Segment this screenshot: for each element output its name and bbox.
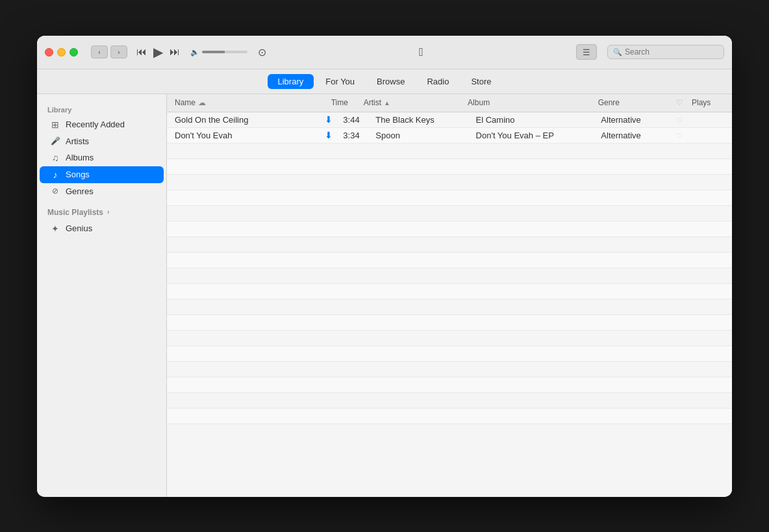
sidebar-item-artists[interactable]: 🎤 Artists [40, 133, 164, 149]
song-name-1: Don't You Evah [175, 131, 325, 140]
table-row[interactable]: Gold On the Ceiling ⬇ 3:44 The Black Key… [167, 112, 732, 128]
empty-row [167, 362, 732, 377]
empty-row [167, 268, 732, 284]
song-time-1: 3:34 [343, 131, 375, 140]
apple-logo:  [419, 45, 423, 59]
table-row[interactable]: Don't You Evah ⬇ 3:34 Spoon Don't You Ev… [167, 128, 732, 144]
forward-button[interactable]: › [110, 45, 127, 58]
empty-row [167, 175, 732, 190]
close-button[interactable] [45, 48, 53, 57]
back-icon: ‹ [98, 49, 100, 56]
song-list-header: Name ☁ Time Artist ▲ Album Genre ♡ [167, 94, 732, 112]
minimize-button[interactable] [57, 48, 66, 57]
column-name[interactable]: Name ☁ [175, 98, 331, 107]
empty-row [167, 315, 732, 331]
sidebar-item-recently-added[interactable]: ⊞ Recently Added [40, 116, 164, 133]
airplay-button[interactable]: ⊙ [258, 46, 266, 58]
playlists-section-header[interactable]: Music Playlists › [37, 205, 166, 220]
albums-icon: ♫ [50, 153, 60, 163]
heart-icon: ♡ [676, 98, 683, 107]
genius-label: Genius [66, 223, 92, 233]
main-content: Library ⊞ Recently Added 🎤 Artists ♫ Alb… [37, 94, 732, 497]
play-button[interactable]: ▶ [153, 44, 163, 60]
tab-radio[interactable]: Radio [416, 74, 459, 89]
cloud-icon-1[interactable]: ⬇ [325, 130, 343, 140]
empty-row [167, 253, 732, 268]
tab-store[interactable]: Store [460, 74, 501, 89]
empty-row [167, 144, 732, 159]
playlists-label: Music Playlists [47, 208, 103, 217]
song-heart-1[interactable]: ♡ [676, 131, 692, 140]
fullscreen-button[interactable] [69, 48, 78, 57]
fastforward-icon: ⏭ [170, 46, 180, 58]
back-button[interactable]: ‹ [91, 45, 108, 58]
songs-label: Songs [66, 170, 90, 179]
empty-row [167, 331, 732, 346]
recently-added-icon: ⊞ [50, 120, 60, 130]
sidebar-item-genius[interactable]: ✦ Genius [40, 220, 164, 237]
sidebar-item-albums[interactable]: ♫ Albums [40, 149, 164, 166]
volume-low-icon: 🔈 [190, 48, 199, 57]
empty-row [167, 284, 732, 299]
column-time[interactable]: Time [331, 98, 364, 107]
nav-controls: ‹ › [91, 45, 127, 58]
song-heart-0[interactable]: ♡ [676, 115, 692, 125]
artists-label: Artists [66, 136, 89, 146]
empty-row [167, 346, 732, 362]
titlebar: ‹ › ⏮ ▶ ⏭ 🔈 ⊙  ☰ [37, 36, 732, 70]
song-list: Name ☁ Time Artist ▲ Album Genre ♡ [167, 94, 732, 497]
tabs-bar: Library For You Browse Radio Store [37, 70, 732, 94]
genres-icon: ⊘ [50, 186, 60, 196]
column-artist[interactable]: Artist ▲ [364, 98, 468, 107]
list-view-button[interactable]: ☰ [576, 44, 597, 60]
song-album-1: Don't You Evah – EP [476, 131, 601, 140]
column-plays[interactable]: Plays [692, 98, 724, 107]
column-heart: ♡ [676, 98, 692, 107]
column-album[interactable]: Album [468, 98, 598, 107]
tab-for-you[interactable]: For You [315, 74, 365, 89]
sidebar: Library ⊞ Recently Added 🎤 Artists ♫ Alb… [37, 94, 167, 497]
empty-row [167, 409, 732, 424]
airplay-icon: ⊙ [258, 46, 266, 58]
download-icon: ⬇ [325, 114, 333, 125]
albums-label: Albums [66, 153, 94, 162]
play-icon: ▶ [153, 44, 163, 60]
library-section-label: Library [37, 102, 166, 116]
empty-row [167, 222, 732, 237]
app-window: ‹ › ⏮ ▶ ⏭ 🔈 ⊙  ☰ [37, 36, 732, 497]
rewind-button[interactable]: ⏮ [136, 46, 147, 58]
apple-logo-area:  [271, 45, 571, 59]
search-bar[interactable]: 🔍 [607, 45, 724, 59]
sidebar-item-songs[interactable]: ♪ Songs [40, 166, 164, 183]
songs-icon: ♪ [50, 170, 60, 180]
artists-icon: 🎤 [50, 136, 60, 146]
empty-row [167, 377, 732, 393]
empty-row [167, 159, 732, 175]
rewind-icon: ⏮ [136, 46, 147, 58]
genres-label: Genres [66, 186, 94, 196]
cloud-header-icon: ☁ [198, 98, 206, 107]
empty-row [167, 206, 732, 222]
volume-slider[interactable] [202, 51, 247, 53]
tab-library[interactable]: Library [268, 74, 314, 89]
list-icon: ☰ [583, 47, 590, 57]
song-genre-0: Alternative [601, 115, 676, 125]
search-input[interactable] [625, 47, 718, 57]
song-artist-0: The Black Keys [375, 115, 475, 125]
song-artist-1: Spoon [375, 131, 475, 140]
sidebar-item-genres[interactable]: ⊘ Genres [40, 183, 164, 199]
empty-row [167, 393, 732, 409]
empty-row [167, 190, 732, 206]
fastforward-button[interactable]: ⏭ [170, 46, 180, 58]
song-time-0: 3:44 [343, 115, 375, 125]
forward-icon: › [118, 49, 120, 56]
tab-browse[interactable]: Browse [366, 74, 415, 89]
search-icon: 🔍 [613, 48, 622, 57]
traffic-lights [45, 48, 78, 57]
download-icon: ⬇ [325, 130, 333, 140]
sort-arrow-icon: ▲ [384, 99, 390, 107]
cloud-icon-0[interactable]: ⬇ [325, 114, 343, 125]
genius-icon: ✦ [50, 223, 60, 234]
column-genre[interactable]: Genre [598, 98, 676, 107]
song-genre-1: Alternative [601, 131, 676, 140]
